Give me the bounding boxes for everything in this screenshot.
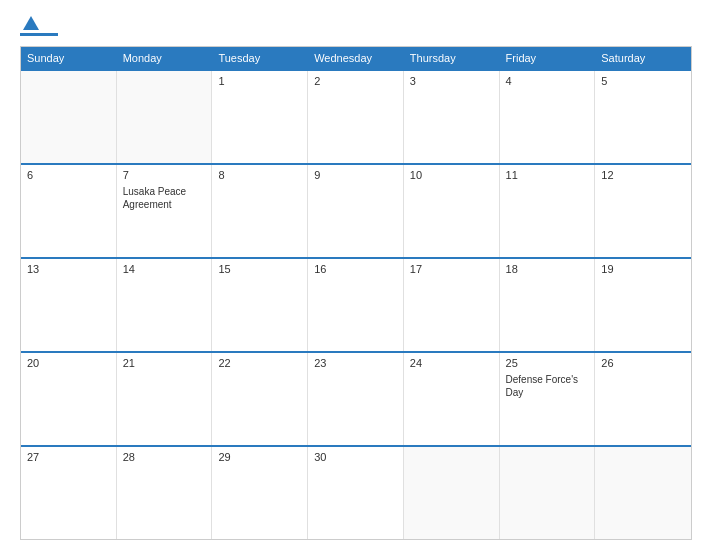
day-header-saturday: Saturday	[595, 47, 691, 69]
calendar-cell: 8	[212, 165, 308, 257]
cell-number: 18	[506, 263, 589, 275]
calendar-cell: 6	[21, 165, 117, 257]
calendar-cell: 7Lusaka Peace Agreement	[117, 165, 213, 257]
cell-number: 28	[123, 451, 206, 463]
calendar-cell: 25Defense Force's Day	[500, 353, 596, 445]
cell-number: 7	[123, 169, 206, 181]
calendar-cell: 17	[404, 259, 500, 351]
weeks: 1234567Lusaka Peace Agreement89101112131…	[21, 69, 691, 539]
cell-number: 14	[123, 263, 206, 275]
cell-number: 27	[27, 451, 110, 463]
header	[20, 16, 692, 36]
calendar-cell: 21	[117, 353, 213, 445]
cell-number: 24	[410, 357, 493, 369]
cell-number: 19	[601, 263, 685, 275]
calendar-cell: 19	[595, 259, 691, 351]
day-header-wednesday: Wednesday	[308, 47, 404, 69]
cell-number: 11	[506, 169, 589, 181]
cell-number: 4	[506, 75, 589, 87]
calendar-cell: 20	[21, 353, 117, 445]
calendar-cell: 29	[212, 447, 308, 539]
calendar-cell: 1	[212, 71, 308, 163]
calendar-cell: 16	[308, 259, 404, 351]
cell-number: 20	[27, 357, 110, 369]
calendar-cell: 30	[308, 447, 404, 539]
calendar: SundayMondayTuesdayWednesdayThursdayFrid…	[20, 46, 692, 540]
day-header-monday: Monday	[117, 47, 213, 69]
calendar-cell: 4	[500, 71, 596, 163]
cell-number: 26	[601, 357, 685, 369]
page: SundayMondayTuesdayWednesdayThursdayFrid…	[0, 0, 712, 550]
week-row-3: 202122232425Defense Force's Day26	[21, 351, 691, 445]
cell-event: Lusaka Peace Agreement	[123, 185, 206, 211]
calendar-cell: 24	[404, 353, 500, 445]
cell-number: 6	[27, 169, 110, 181]
calendar-cell: 26	[595, 353, 691, 445]
calendar-cell: 12	[595, 165, 691, 257]
calendar-cell: 5	[595, 71, 691, 163]
calendar-cell: 23	[308, 353, 404, 445]
calendar-cell	[21, 71, 117, 163]
cell-event: Defense Force's Day	[506, 373, 589, 399]
calendar-cell: 10	[404, 165, 500, 257]
calendar-cell: 13	[21, 259, 117, 351]
calendar-cell: 14	[117, 259, 213, 351]
cell-number: 22	[218, 357, 301, 369]
calendar-cell	[404, 447, 500, 539]
logo-line	[20, 33, 58, 36]
calendar-cell	[595, 447, 691, 539]
cell-number: 5	[601, 75, 685, 87]
cell-number: 29	[218, 451, 301, 463]
cell-number: 23	[314, 357, 397, 369]
calendar-cell: 27	[21, 447, 117, 539]
calendar-cell	[500, 447, 596, 539]
day-header-thursday: Thursday	[404, 47, 500, 69]
cell-number: 16	[314, 263, 397, 275]
day-headers: SundayMondayTuesdayWednesdayThursdayFrid…	[21, 47, 691, 69]
cell-number: 25	[506, 357, 589, 369]
calendar-cell	[117, 71, 213, 163]
cell-number: 8	[218, 169, 301, 181]
day-header-friday: Friday	[500, 47, 596, 69]
cell-number: 9	[314, 169, 397, 181]
calendar-cell: 2	[308, 71, 404, 163]
calendar-cell: 3	[404, 71, 500, 163]
cell-number: 12	[601, 169, 685, 181]
week-row-4: 27282930	[21, 445, 691, 539]
calendar-cell: 11	[500, 165, 596, 257]
calendar-cell: 18	[500, 259, 596, 351]
cell-number: 3	[410, 75, 493, 87]
calendar-cell: 28	[117, 447, 213, 539]
cell-number: 15	[218, 263, 301, 275]
cell-number: 10	[410, 169, 493, 181]
cell-number: 13	[27, 263, 110, 275]
calendar-cell: 9	[308, 165, 404, 257]
logo-triangle-icon	[23, 16, 39, 30]
logo	[20, 16, 60, 36]
day-header-sunday: Sunday	[21, 47, 117, 69]
cell-number: 2	[314, 75, 397, 87]
cell-number: 21	[123, 357, 206, 369]
cell-number: 1	[218, 75, 301, 87]
calendar-cell: 15	[212, 259, 308, 351]
week-row-0: 12345	[21, 69, 691, 163]
cell-number: 30	[314, 451, 397, 463]
day-header-tuesday: Tuesday	[212, 47, 308, 69]
cell-number: 17	[410, 263, 493, 275]
week-row-1: 67Lusaka Peace Agreement89101112	[21, 163, 691, 257]
calendar-cell: 22	[212, 353, 308, 445]
week-row-2: 13141516171819	[21, 257, 691, 351]
